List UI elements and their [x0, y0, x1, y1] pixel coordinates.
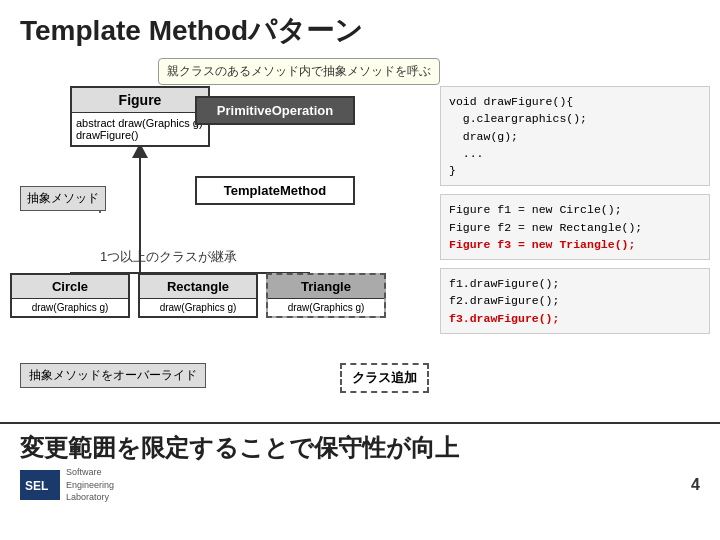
sel-text-line1: Software: [66, 466, 114, 479]
diagram-area: 親クラスのあるメソッド内で抽象メソッドを呼ぶ Figure abstract d…: [10, 58, 430, 418]
rectangle-method: draw(Graphics g): [140, 298, 256, 316]
main-content: 親クラスのあるメソッド内で抽象メソッドを呼ぶ Figure abstract d…: [0, 58, 720, 418]
override-label: 抽象メソッドをオーバーライド: [20, 363, 206, 388]
rectangle-name: Rectangle: [140, 275, 256, 298]
triangle-method: draw(Graphics g): [268, 298, 384, 316]
code-block-3: f1.drawFigure(); f2.drawFigure(); f3.dra…: [440, 268, 710, 334]
primitive-operation-box: PrimitiveOperation: [195, 96, 355, 125]
sel-logo-svg: SEL: [20, 470, 60, 500]
subclass-row: Circle draw(Graphics g) Rectangle draw(G…: [10, 273, 430, 318]
svg-text:SEL: SEL: [25, 479, 48, 493]
highlight-line-2: f3.drawFigure();: [449, 312, 559, 325]
circle-method: draw(Graphics g): [12, 298, 128, 316]
template-method-box: TemplateMethod: [195, 176, 355, 205]
circle-box: Circle draw(Graphics g): [10, 273, 130, 318]
figure-methods: abstract draw(Graphics g) drawFigure(): [72, 112, 208, 145]
sel-logo: SEL Software Engineering Laboratory: [20, 466, 114, 504]
sel-text-line2: Engineering: [66, 479, 114, 492]
figure-drawfigure: drawFigure(): [76, 129, 204, 141]
abstract-method-label: 抽象メソッド: [20, 186, 106, 211]
annotation-bubble: 親クラスのあるメソッド内で抽象メソッドを呼ぶ: [158, 58, 440, 85]
triangle-name: Triangle: [268, 275, 384, 298]
page-number: 4: [691, 476, 700, 494]
bottom-title: 変更範囲を限定することで保守性が向上: [20, 432, 700, 464]
page-title: Template Methodパターン: [0, 0, 720, 58]
add-class-label: クラス追加: [340, 363, 429, 393]
figure-abstract-method: abstract draw(Graphics g): [76, 117, 204, 129]
code-block-2: Figure f1 = new Circle(); Figure f2 = ne…: [440, 194, 710, 260]
rectangle-box: Rectangle draw(Graphics g): [138, 273, 258, 318]
code-block-1: void drawFigure(){ g.cleargraphics(); dr…: [440, 86, 710, 186]
figure-box: Figure abstract draw(Graphics g) drawFig…: [70, 86, 210, 147]
bottom-section: 変更範囲を限定することで保守性が向上 SEL Software Engineer…: [0, 422, 720, 508]
sel-text-line3: Laboratory: [66, 491, 114, 504]
circle-name: Circle: [12, 275, 128, 298]
bottom-footer: SEL Software Engineering Laboratory 4: [20, 466, 700, 504]
figure-class-name: Figure: [72, 88, 208, 112]
inherit-label: 1つ以上のクラスが継承: [100, 248, 237, 266]
sel-text: Software Engineering Laboratory: [66, 466, 114, 504]
code-area: void drawFigure(){ g.cleargraphics(); dr…: [440, 58, 710, 418]
highlight-line: Figure f3 = new Triangle();: [449, 238, 635, 251]
triangle-box: Triangle draw(Graphics g): [266, 273, 386, 318]
